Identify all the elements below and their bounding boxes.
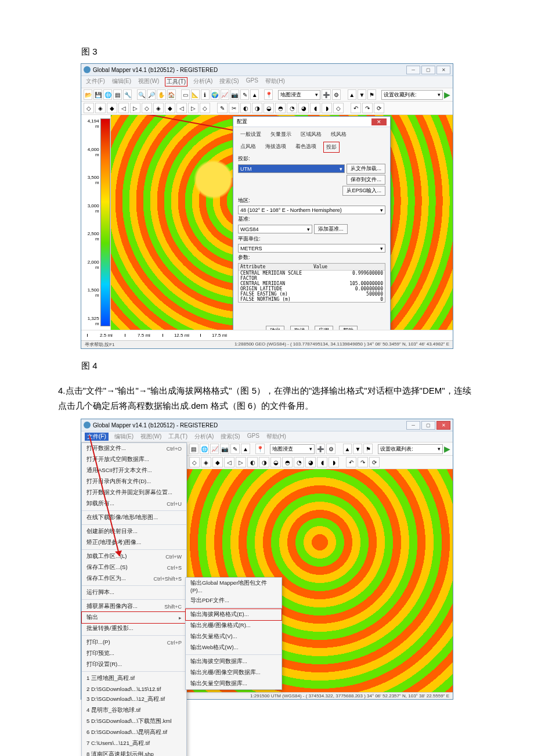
tbb-8[interactable]: ◒ xyxy=(270,457,281,467)
tbb-6[interactable]: ◐ xyxy=(247,457,258,467)
down-icon[interactable]: ▼ xyxy=(358,89,366,100)
tool2-22[interactable]: ◇ xyxy=(333,103,344,113)
tb-b4[interactable]: 📷 xyxy=(220,444,229,454)
export-submenu[interactable]: 输出Global Mapper地图包文件(P)...导出PDF文件...输出海拔… xyxy=(185,577,282,690)
tbb-16[interactable]: ⟳ xyxy=(369,457,380,467)
save-icon[interactable]: 💾 xyxy=(93,89,102,100)
ok-button[interactable]: 确定 xyxy=(266,326,284,330)
tbb-12[interactable]: ◖ xyxy=(317,457,327,467)
tab-shade[interactable]: 着色选项 xyxy=(293,142,319,153)
favorites-dropdown[interactable]: 设置收藏列表:▾ xyxy=(381,90,443,100)
tool2-15[interactable]: ◑ xyxy=(252,103,262,113)
tbb-4[interactable]: ◁ xyxy=(224,457,234,467)
maximize-button[interactable]: ▢ xyxy=(421,66,435,74)
datum-select[interactable]: WGS84▾ xyxy=(238,225,312,233)
export-submenu-item[interactable]: 输出矢量格式(V)... xyxy=(186,631,282,642)
tool2-23[interactable]: ↶ xyxy=(351,103,361,113)
file-menu-item[interactable]: 4 昆明市_谷歌地球.tif xyxy=(82,705,186,716)
tab-point[interactable]: 点风格 xyxy=(238,142,258,153)
layer-dropdown-2[interactable]: 地图浸查▾ xyxy=(270,444,315,454)
save-to-file-button[interactable]: 保存到文件... xyxy=(347,175,385,185)
file-menu-item[interactable]: 保存工作区为...Ctrl+Shift+S xyxy=(82,573,186,584)
camera-icon[interactable]: 📷 xyxy=(230,89,239,100)
tool2-12[interactable]: ✎ xyxy=(217,103,228,113)
export-submenu-item[interactable]: 输出光栅/图像格式(R)... xyxy=(186,620,282,631)
tbb-5[interactable]: ▷ xyxy=(236,457,246,467)
export-submenu-item[interactable]: 输出海拔空间数据库... xyxy=(186,656,282,667)
file-menu-item[interactable]: 打开数据文件并固定到屏幕位置... xyxy=(82,487,186,498)
close-button[interactable]: ✕ xyxy=(436,421,450,430)
file-menu-item[interactable]: 捕获屏幕图像内容...Shift+C xyxy=(82,601,186,612)
tb-b12[interactable]: ⚑ xyxy=(363,444,373,454)
menu-view[interactable]: 视图(W) xyxy=(137,77,160,87)
tbb-9[interactable]: ◓ xyxy=(282,457,293,467)
dialog-close-button[interactable]: ✕ xyxy=(371,118,387,125)
tab-general[interactable]: 一般设置 xyxy=(238,129,264,139)
tbb-1[interactable]: ◇ xyxy=(189,457,200,467)
menu-file-2[interactable]: 文件(F) xyxy=(85,433,109,441)
file-menu-item[interactable]: 打印设置(R)... xyxy=(82,659,186,670)
tool2-13[interactable]: ✂ xyxy=(229,103,239,113)
tbb-3[interactable]: ◆ xyxy=(212,457,223,467)
file-menu[interactable]: 打开数据文件...Ctrl+O打开开放式空间数据库...通用ASCII打开文本文… xyxy=(81,442,187,756)
tool2-20[interactable]: ◖ xyxy=(310,103,320,113)
file-menu-item[interactable]: 打印...(P)Ctrl+P xyxy=(82,637,186,648)
menu-tools[interactable]: 工具(T) xyxy=(165,77,187,87)
tbb-7[interactable]: ◑ xyxy=(259,457,269,467)
minimize-button[interactable]: ─ xyxy=(406,66,420,74)
file-menu-item[interactable]: 打开开放式空间数据库... xyxy=(82,454,186,465)
info-icon[interactable]: ℹ xyxy=(201,89,210,100)
file-menu-item[interactable]: 批量转换/重投影... xyxy=(82,623,186,634)
home-icon[interactable]: 🏠 xyxy=(167,89,176,100)
menu-search[interactable]: 搜索(S) xyxy=(218,77,240,87)
tool2-19[interactable]: ◕ xyxy=(298,103,309,113)
file-menu-item[interactable]: 7 C:\Users\...\121_高程.tif xyxy=(82,738,186,749)
file-menu-item[interactable]: 创建新的映射目录... xyxy=(82,526,186,537)
load-from-file-button[interactable]: 从文件加载... xyxy=(347,164,385,174)
tb-b8[interactable]: ➕ xyxy=(316,444,325,454)
tool2-21[interactable]: ◗ xyxy=(322,103,332,113)
menu-analysis[interactable]: 分析(A) xyxy=(192,77,214,87)
menu-edit[interactable]: 编辑(E) xyxy=(111,77,132,87)
zoom-in-icon[interactable]: 🔍 xyxy=(137,89,146,100)
select-icon[interactable]: ▭ xyxy=(181,89,190,100)
tab-area[interactable]: 区域风格 xyxy=(298,129,324,139)
file-menu-item[interactable]: 通用ASCII打开文本文件... xyxy=(82,465,186,476)
layers-icon[interactable]: ▤ xyxy=(113,89,122,100)
layer-add-icon[interactable]: ➕ xyxy=(322,89,330,100)
file-menu-item[interactable]: 3 D:\SGDownload\...\12_高程.tif xyxy=(82,694,186,705)
tool2-5[interactable]: ▷ xyxy=(130,103,140,113)
file-menu-item[interactable]: 2 D:\SGDownload\...\L15\12.tif xyxy=(82,684,186,694)
menu-view-2[interactable]: 视图(W) xyxy=(139,433,163,441)
file-menu-item[interactable]: 打印预览... xyxy=(82,648,186,659)
menu-help[interactable]: 帮助(H) xyxy=(264,77,286,87)
cancel-button[interactable]: 取消 xyxy=(290,326,309,330)
file-menu-item[interactable]: 在线下载影像/地形/地形图... xyxy=(82,512,186,523)
tool2-18[interactable]: ◔ xyxy=(287,103,297,113)
zoom-out-icon[interactable]: 🔎 xyxy=(147,89,156,100)
tab-projection[interactable]: 投影 xyxy=(323,142,340,153)
tb-b2[interactable]: 🌐 xyxy=(200,444,209,454)
menu-gps-2[interactable]: GPS xyxy=(246,433,261,441)
file-menu-item[interactable]: 打开目录内所有文件(D)... xyxy=(82,476,186,487)
3d-icon[interactable]: ▲ xyxy=(250,89,259,100)
tool2-14[interactable]: ◐ xyxy=(240,103,251,113)
export-submenu-item[interactable]: 输出海拔网格格式(E)... xyxy=(185,609,282,621)
file-menu-item[interactable]: 矫正(地理参考)图像... xyxy=(82,537,186,548)
tab-vector[interactable]: 矢量显示 xyxy=(268,129,294,139)
tool2-2[interactable]: ◈ xyxy=(95,103,106,113)
menu-edit-2[interactable]: 编辑(E) xyxy=(113,433,135,441)
tab-line[interactable]: 线风格 xyxy=(329,129,349,139)
tb-b10[interactable]: ▲ xyxy=(343,444,352,454)
wrench-icon[interactable]: 🔧 xyxy=(123,89,132,100)
favorites-dropdown-2[interactable]: 设置收藏列表:▾ xyxy=(378,444,443,454)
tool2-25[interactable]: ⟳ xyxy=(374,103,384,113)
tb-b1[interactable]: ▤ xyxy=(189,444,199,454)
tool2-7[interactable]: ◈ xyxy=(153,103,164,113)
menu-tools-2[interactable]: 工具(T) xyxy=(167,433,189,441)
file-menu-item[interactable]: 输出▸ xyxy=(81,611,187,624)
tbb-15[interactable]: ↷ xyxy=(358,457,368,467)
tool2-11[interactable]: ◇ xyxy=(200,103,210,113)
file-menu-item[interactable]: 6 D:\SGDownload\...\昆明高程.tif xyxy=(82,727,186,738)
menu-analysis-2[interactable]: 分析(A) xyxy=(193,433,215,441)
